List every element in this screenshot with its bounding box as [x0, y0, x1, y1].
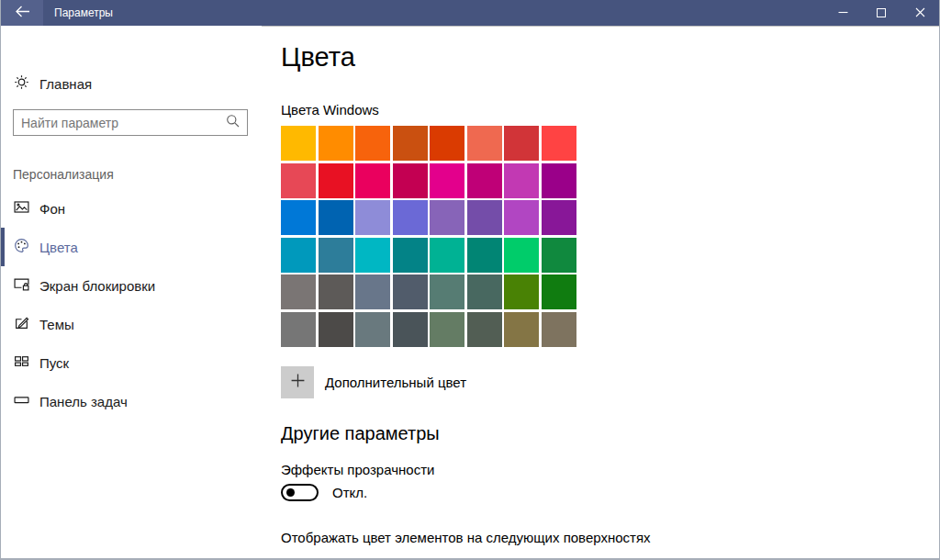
- accent-surfaces-label: Отображать цвет элементов на следующих п…: [281, 530, 651, 545]
- sidebar-item-label: Цвета: [39, 240, 78, 255]
- search-input[interactable]: [21, 116, 226, 130]
- sidebar-item-start[interactable]: Пуск: [1, 343, 262, 382]
- sidebar-item-taskbar[interactable]: Панель задач: [1, 382, 262, 420]
- color-swatch[interactable]: [430, 200, 464, 235]
- color-swatch[interactable]: [393, 312, 428, 347]
- color-swatch[interactable]: [355, 126, 390, 161]
- color-swatch[interactable]: [393, 126, 428, 161]
- window-title: Параметры: [54, 0, 113, 26]
- sidebar-nav: Фон Цвета: [1, 189, 262, 420]
- transparency-toggle[interactable]: [281, 484, 319, 501]
- settings-window: Параметры: [0, 0, 940, 560]
- toggle-state-label: Откл.: [332, 485, 367, 500]
- color-swatch[interactable]: [355, 312, 390, 347]
- color-swatch[interactable]: [467, 312, 502, 347]
- color-swatch[interactable]: [281, 312, 316, 347]
- color-swatch[interactable]: [542, 238, 576, 273]
- search-box: [13, 109, 248, 136]
- color-swatch[interactable]: [542, 163, 576, 198]
- custom-color-label: Дополнительный цвет: [325, 375, 466, 390]
- color-swatch[interactable]: [281, 163, 316, 198]
- color-swatch[interactable]: [467, 238, 502, 273]
- plus-icon: [290, 373, 306, 392]
- window-controls: [823, 0, 939, 26]
- sidebar: Главная Персонализация Фон: [1, 26, 262, 560]
- sidebar-item-label: Панель задач: [39, 394, 128, 409]
- color-swatch[interactable]: [430, 126, 464, 161]
- maximize-button[interactable]: [862, 0, 901, 26]
- sidebar-home-label: Главная: [39, 76, 92, 92]
- color-swatch[interactable]: [393, 274, 428, 309]
- sidebar-item-label: Экран блокировки: [39, 278, 155, 294]
- sidebar-section-label: Персонализация: [13, 167, 114, 182]
- minimize-button[interactable]: [823, 0, 862, 26]
- color-swatch[interactable]: [281, 126, 316, 161]
- color-swatch[interactable]: [504, 200, 539, 235]
- close-icon: [915, 5, 925, 21]
- custom-color-row: Дополнительный цвет: [281, 366, 466, 398]
- sidebar-item-colors[interactable]: Цвета: [1, 228, 262, 266]
- color-swatch[interactable]: [467, 126, 502, 161]
- sidebar-item-themes[interactable]: Темы: [1, 305, 262, 343]
- sidebar-item-background[interactable]: Фон: [1, 189, 262, 228]
- sidebar-item-label: Пуск: [39, 355, 69, 371]
- color-swatch[interactable]: [430, 238, 464, 273]
- sidebar-item-label: Фон: [39, 201, 65, 217]
- lock-screen-icon: [14, 276, 29, 295]
- color-swatch[interactable]: [504, 274, 539, 309]
- color-swatch[interactable]: [319, 126, 353, 161]
- color-swatch[interactable]: [319, 238, 353, 273]
- color-swatch[interactable]: [393, 163, 428, 198]
- transparency-toggle-row: Откл.: [281, 484, 367, 501]
- back-button[interactable]: [1, 0, 43, 26]
- start-icon: [14, 353, 29, 372]
- sidebar-item-lock-screen[interactable]: Экран блокировки: [1, 266, 262, 305]
- color-swatch[interactable]: [281, 200, 316, 235]
- color-swatch[interactable]: [319, 312, 353, 347]
- taskbar-icon: [14, 392, 29, 410]
- color-swatch[interactable]: [504, 163, 539, 198]
- color-swatch[interactable]: [430, 163, 464, 198]
- color-swatch[interactable]: [467, 200, 502, 235]
- color-swatch[interactable]: [319, 200, 353, 235]
- color-swatch[interactable]: [319, 163, 353, 198]
- themes-icon: [14, 315, 29, 333]
- page-title: Цвета: [281, 42, 355, 73]
- color-swatch[interactable]: [355, 238, 390, 273]
- color-swatch[interactable]: [355, 274, 390, 309]
- close-button[interactable]: [901, 0, 939, 26]
- back-arrow-icon: [15, 5, 30, 21]
- color-swatch[interactable]: [319, 274, 353, 309]
- toggle-knob: [286, 488, 295, 497]
- color-swatch[interactable]: [430, 274, 464, 309]
- color-swatch[interactable]: [542, 274, 576, 309]
- color-swatch[interactable]: [281, 238, 316, 273]
- windows-colors-grid: [281, 126, 576, 347]
- sidebar-item-label: Темы: [39, 317, 74, 332]
- transparency-effects-label: Эффекты прозрачности: [281, 462, 434, 477]
- other-settings-title: Другие параметры: [281, 423, 440, 444]
- add-custom-color-button[interactable]: [281, 366, 314, 398]
- maximize-icon: [877, 5, 886, 21]
- color-swatch[interactable]: [355, 163, 390, 198]
- minimize-icon: [838, 5, 848, 21]
- color-swatch[interactable]: [467, 274, 502, 309]
- color-swatch[interactable]: [542, 312, 576, 347]
- color-swatch[interactable]: [393, 200, 428, 235]
- gear-icon: [14, 74, 29, 93]
- color-swatch[interactable]: [542, 200, 576, 235]
- sidebar-item-home[interactable]: Главная: [14, 74, 92, 93]
- color-swatch[interactable]: [542, 126, 576, 161]
- search-icon[interactable]: [226, 114, 240, 131]
- color-swatch[interactable]: [430, 312, 464, 347]
- color-swatch[interactable]: [281, 274, 316, 309]
- titlebar: Параметры: [1, 0, 939, 26]
- color-swatch[interactable]: [504, 126, 539, 161]
- background-image-icon: [14, 199, 29, 218]
- color-swatch[interactable]: [504, 238, 539, 273]
- color-swatch[interactable]: [504, 312, 539, 347]
- color-swatch[interactable]: [393, 238, 428, 273]
- palette-icon: [14, 238, 29, 256]
- color-swatch[interactable]: [467, 163, 502, 198]
- color-swatch[interactable]: [355, 200, 390, 235]
